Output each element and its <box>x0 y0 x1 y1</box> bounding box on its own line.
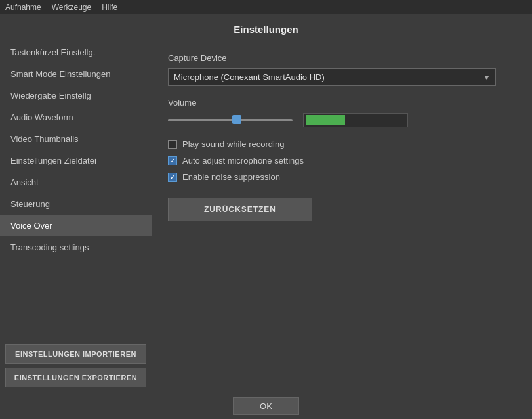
capture-device-label: Capture Device <box>168 53 516 63</box>
checkbox-row-noisesuppression[interactable]: Enable noise suppression <box>168 172 516 182</box>
sidebar-item-tastenk[interactable]: Tastenkürzel Einstellg. <box>0 41 152 63</box>
menu-item-hilfe[interactable]: Hilfe <box>102 3 117 12</box>
sidebar-item-videothumbnails[interactable]: Video Thumbnails <box>0 128 152 150</box>
bottom-bar: OK <box>0 393 532 419</box>
sidebar-nav: Tastenkürzel Einstellg. Smart Mode Einst… <box>0 41 152 339</box>
sidebar-item-audiowaveform[interactable]: Audio Waveform <box>0 106 152 128</box>
menubar: Aufnahme Werkzeuge Hilfe <box>0 0 532 14</box>
select-wrapper: Microphone (Conexant SmartAudio HD) ▼ <box>168 68 496 86</box>
volume-row <box>168 113 516 127</box>
checkbox-row-playsound[interactable]: Play sound while recording <box>168 139 516 149</box>
sidebar: Tastenkürzel Einstellg. Smart Mode Einst… <box>0 41 152 393</box>
dialog-title: Einstellungen <box>0 14 532 41</box>
checkbox-noisesuppression-label: Enable noise suppression <box>182 172 280 182</box>
volume-slider-thumb[interactable] <box>232 115 241 124</box>
sidebar-item-wiedergabe[interactable]: Wiedergabe Einstellg <box>0 85 152 106</box>
import-settings-button[interactable]: EINSTELLUNGEN IMPORTIEREN <box>5 344 146 364</box>
volume-label: Volume <box>168 98 516 108</box>
menu-item-aufnahme[interactable]: Aufnahme <box>5 3 41 12</box>
sidebar-item-transcoding[interactable]: Transcoding settings <box>0 236 152 258</box>
volume-meter-bar <box>306 115 345 125</box>
content-area: Capture Device Microphone (Conexant Smar… <box>152 41 532 393</box>
menu-item-werkzeuge[interactable]: Werkzeuge <box>52 3 91 12</box>
checkbox-row-autoadjust[interactable]: Auto adjust microphone settings <box>168 156 516 165</box>
dialog-body: Tastenkürzel Einstellg. Smart Mode Einst… <box>0 41 532 393</box>
volume-meter <box>303 113 408 127</box>
capture-device-select[interactable]: Microphone (Conexant SmartAudio HD) <box>168 68 496 86</box>
volume-section: Volume <box>168 98 516 127</box>
checkboxes-section: Play sound while recording Auto adjust m… <box>168 139 516 182</box>
sidebar-item-ansicht[interactable]: Ansicht <box>0 171 152 193</box>
sidebar-item-einstellungenzieldatei[interactable]: Einstellungen Zieldatei <box>0 150 152 171</box>
sidebar-buttons: EINSTELLUNGEN IMPORTIEREN EINSTELLUNGEN … <box>0 339 152 393</box>
checkbox-autoadjust-label: Auto adjust microphone settings <box>182 156 304 165</box>
export-settings-button[interactable]: EINSTELLUNGEN EXPORTIEREN <box>5 368 146 387</box>
volume-slider-track[interactable] <box>168 119 293 121</box>
volume-slider-fill <box>168 119 237 121</box>
sidebar-item-voiceover[interactable]: Voice Over <box>0 215 152 236</box>
sidebar-item-steuerung[interactable]: Steuerung <box>0 193 152 215</box>
reset-button[interactable]: ZURÜCKSETZEN <box>168 198 312 221</box>
ok-button[interactable]: OK <box>233 397 299 415</box>
checkbox-autoadjust[interactable] <box>168 156 177 165</box>
checkbox-playsound-label: Play sound while recording <box>182 139 284 149</box>
sidebar-item-smartmode[interactable]: Smart Mode Einstellungen <box>0 63 152 85</box>
checkbox-playsound[interactable] <box>168 140 177 149</box>
dialog-container: Einstellungen Tastenkürzel Einstellg. Sm… <box>0 14 532 393</box>
checkbox-noisesuppression[interactable] <box>168 173 177 182</box>
